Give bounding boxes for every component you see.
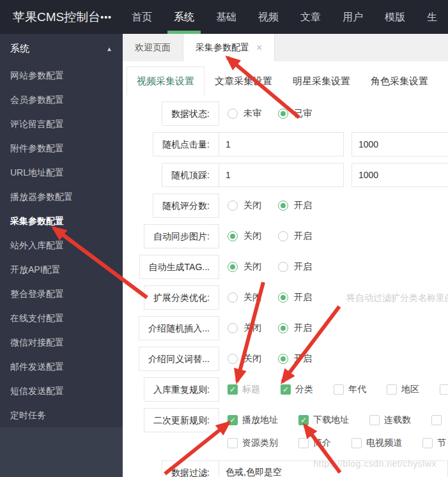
- sidebar-item-2[interactable]: 会员参数配置: [0, 87, 123, 112]
- checkbox-label: 节: [437, 437, 446, 449]
- radio-option-label: 关闭: [243, 292, 261, 303]
- checkbox-option[interactable]: 资源类别: [228, 437, 278, 449]
- radio-group: 关闭开启: [228, 347, 328, 371]
- checkbox-icon: ✓: [281, 384, 291, 395]
- radio-option-label: 开启: [294, 353, 312, 365]
- form-label-col: 扩展分类优化:: [132, 285, 219, 310]
- radio-option-label: 开启: [294, 261, 312, 273]
- sub-tab-4[interactable]: 角色采集设置: [360, 66, 438, 95]
- form-row-4: 随机评分数:关闭开启: [132, 193, 448, 218]
- form-label-col: 数据状态:: [132, 102, 219, 126]
- top-nav-item-1[interactable]: 首页: [121, 0, 163, 34]
- sidebar-item-1[interactable]: 网站参数配置: [0, 63, 123, 87]
- checkbox-option[interactable]: 电视频道: [351, 437, 402, 449]
- sidebar-item-6[interactable]: 播放器参数配置: [0, 185, 123, 209]
- checkbox-option[interactable]: 连载数: [369, 414, 411, 426]
- form-row-8: 介绍随机插入...关闭开启: [132, 316, 448, 340]
- top-nav-item-7[interactable]: 模版: [374, 0, 416, 34]
- radio-option[interactable]: 开启: [278, 292, 312, 303]
- max-value-input[interactable]: [351, 132, 448, 156]
- sub-tab-2[interactable]: 文章采集设置: [205, 66, 282, 95]
- radio-option[interactable]: 关闭: [228, 353, 261, 365]
- checkbox-option[interactable]: 年代: [334, 384, 366, 395]
- checkbox-icon: [387, 384, 397, 395]
- checkbox-option[interactable]: 简介: [298, 437, 331, 449]
- sub-tab-5[interactable]: 采集: [438, 66, 448, 95]
- checkbox-option[interactable]: ✓标题: [228, 384, 260, 395]
- max-value-input[interactable]: [351, 163, 448, 187]
- form-label-col: 数据过滤:: [132, 460, 219, 477]
- radio-option[interactable]: 关闭: [228, 261, 261, 273]
- radio-option[interactable]: 开启: [278, 200, 312, 211]
- top-nav-item-3[interactable]: 基础: [205, 0, 247, 34]
- top-nav-item-6[interactable]: 用户: [332, 0, 374, 34]
- radio-icon: [278, 292, 288, 303]
- settings-form: 数据状态:未审已审随机点击量:随机顶踩:随机评分数:关闭开启自动同步图片:关闭开…: [123, 95, 448, 477]
- radio-option[interactable]: 关闭: [228, 292, 261, 303]
- radio-icon: [228, 231, 238, 241]
- radio-option[interactable]: 关闭: [228, 322, 261, 334]
- sidebar-item-9[interactable]: 开放API配置: [0, 257, 123, 282]
- app-title: 苹果CMS控制台: [0, 9, 100, 26]
- sub-tab-1[interactable]: 视频采集设置: [127, 66, 205, 95]
- sidebar-item-12[interactable]: 微信对接配置: [0, 330, 123, 354]
- checkbox-icon: [440, 384, 448, 395]
- checkbox-label: 资源类别: [242, 437, 278, 449]
- radio-option-label: 关闭: [243, 200, 261, 211]
- checkbox-option[interactable]: 节: [422, 437, 446, 449]
- form-label: 随机评分数:: [153, 193, 219, 218]
- min-value-input[interactable]: [219, 163, 344, 187]
- admin-console-page: 苹果CMS控制台 ••• 首页系统基础视频文章用户模版生 系统 ▲ 网站参数配置…: [0, 0, 448, 477]
- top-nav-item-2[interactable]: 系统: [163, 0, 205, 34]
- checkbox-option[interactable]: ✓播放地址: [228, 414, 278, 426]
- sub-tab-3[interactable]: 明星采集设置: [282, 66, 360, 95]
- sidebar-section-header[interactable]: 系统 ▲: [0, 34, 123, 63]
- checkbox-option[interactable]: [440, 384, 448, 395]
- watermark-text: https://blog.csdn.net/chyslwx: [313, 458, 436, 469]
- min-value-input[interactable]: [219, 132, 344, 156]
- form-row-1: 数据状态:未审已审: [132, 102, 448, 126]
- checkbox-option[interactable]: ✓下载地址: [298, 414, 349, 426]
- sidebar-item-4[interactable]: 附件参数配置: [0, 136, 123, 160]
- sidebar-item-13[interactable]: 邮件发送配置: [0, 354, 123, 379]
- hint-text: 将自动过滤扩分类名称里的: [346, 285, 448, 310]
- sidebar-item-14[interactable]: 短信发送配置: [0, 379, 123, 403]
- form-label-col: 自动生成TAG...: [132, 255, 219, 279]
- top-nav-item-4[interactable]: 视频: [247, 0, 290, 34]
- checkbox-option[interactable]: 地区: [387, 384, 419, 395]
- radio-option[interactable]: 开启: [278, 231, 312, 242]
- sidebar-item-3[interactable]: 评论留言配置: [0, 112, 123, 136]
- radio-option[interactable]: 已审: [278, 108, 312, 119]
- sidebar-item-8[interactable]: 站外入库配置: [0, 233, 123, 257]
- checkbox-icon: [369, 415, 380, 425]
- radio-icon: [228, 201, 238, 211]
- sidebar-item-7[interactable]: 采集参数配置: [0, 209, 123, 233]
- form-label: 自动生成TAG...: [139, 255, 219, 279]
- radio-option[interactable]: 开启: [278, 322, 312, 334]
- radio-option[interactable]: 开启: [278, 353, 312, 365]
- checkbox-option[interactable]: ✓分类: [281, 384, 313, 395]
- sidebar-item-15[interactable]: 定时任务: [0, 403, 123, 427]
- radio-option-label: 关闭: [243, 231, 261, 242]
- tab-close-icon[interactable]: ×: [256, 43, 262, 53]
- radio-icon: [278, 231, 288, 241]
- top-nav-item-5[interactable]: 文章: [290, 0, 332, 34]
- radio-option-label: 关闭: [243, 261, 261, 273]
- sub-tab-bar: 视频采集设置文章采集设置明星采集设置角色采集设置采集: [123, 61, 448, 95]
- radio-option[interactable]: 未审: [228, 108, 261, 119]
- radio-option[interactable]: 开启: [278, 261, 312, 273]
- radio-option[interactable]: 关闭: [228, 231, 261, 242]
- form-label: 数据过滤:: [162, 460, 219, 477]
- sidebar-item-5[interactable]: URL地址配置: [0, 160, 123, 185]
- radio-group: 关闭开启将自动过滤扩分类名称里的: [228, 285, 448, 310]
- tab-1[interactable]: 欢迎页面: [123, 34, 183, 61]
- top-nav-item-8[interactable]: 生: [416, 0, 448, 34]
- radio-option[interactable]: 关闭: [228, 200, 261, 211]
- sidebar-item-11[interactable]: 在线支付配置: [0, 306, 123, 330]
- more-menu-icon[interactable]: •••: [100, 12, 113, 22]
- radio-option-label: 未审: [243, 108, 261, 119]
- tab-2[interactable]: 采集参数配置×: [183, 34, 275, 61]
- checkbox-option[interactable]: [431, 415, 442, 425]
- form-label: 入库重复规则:: [144, 377, 219, 402]
- sidebar-item-10[interactable]: 整合登录配置: [0, 282, 123, 306]
